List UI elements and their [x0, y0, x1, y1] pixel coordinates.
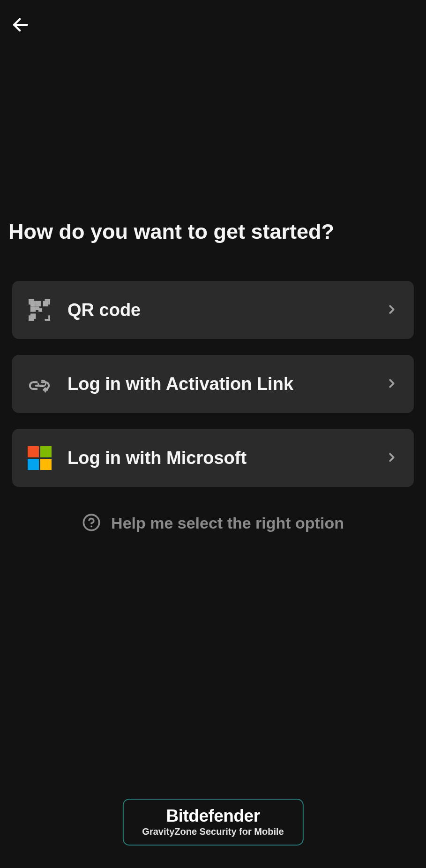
svg-rect-7 [31, 315, 35, 318]
back-button[interactable] [9, 14, 32, 37]
svg-rect-5 [39, 309, 41, 311]
option-activation-link[interactable]: Log in with Activation Link [12, 355, 414, 413]
link-icon [27, 372, 52, 396]
brand-subtitle: GravityZone Security for Mobile [142, 826, 284, 837]
microsoft-icon [27, 446, 52, 470]
option-microsoft-label: Log in with Microsoft [67, 448, 385, 468]
svg-rect-1 [31, 302, 35, 306]
option-microsoft[interactable]: Log in with Microsoft [12, 429, 414, 487]
svg-rect-3 [31, 307, 35, 311]
option-link-label: Log in with Activation Link [67, 374, 385, 394]
chevron-right-icon [385, 302, 399, 318]
chevron-right-icon [385, 376, 399, 392]
svg-rect-4 [37, 307, 38, 309]
option-qr-label: QR code [67, 300, 385, 320]
help-label: Help me select the right option [111, 514, 344, 532]
option-qr-code[interactable]: QR code [12, 281, 414, 339]
options-list: QR code Log in with Activation Link [0, 281, 426, 487]
chevron-right-icon [385, 450, 399, 466]
qr-code-icon [27, 298, 52, 322]
help-circle-icon [82, 513, 101, 533]
help-select-option[interactable]: Help me select the right option [0, 513, 426, 533]
brand-name: Bitdefender [166, 807, 260, 824]
brand-badge: Bitdefender GravityZone Security for Mob… [122, 799, 303, 846]
svg-rect-2 [37, 302, 40, 306]
arrow-left-icon [11, 15, 30, 36]
svg-rect-6 [44, 302, 48, 306]
page-title: How do you want to get started? [0, 219, 426, 244]
